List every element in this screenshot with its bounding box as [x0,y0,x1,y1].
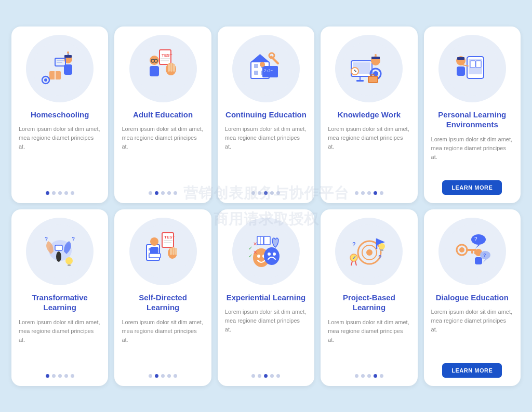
card-desc-knowledge-work: Lorem ipsum dolor sit dim amet, mea regi… [328,125,410,185]
card-dots-project-based-learning [355,374,383,378]
dot-0[interactable] [149,374,152,378]
dot-0[interactable] [46,374,49,378]
card-title-project-based-learning: Project-Based Learning [328,293,410,313]
card-title-dialogue-education: Dialogue Education [436,293,509,303]
card-experiential-learning: Experiential LearningLorem ipsum dolor s… [218,209,314,386]
card-dots-experiential-learning [251,374,280,378]
card-transformative-learning: Transformative LearningLorem ipsum dolor… [11,209,108,386]
learn-more-button-dialogue-education[interactable]: LEARN MORE [442,363,502,378]
card-desc-transformative-learning: Lorem ipsum dolor sit dim amet, mea regi… [19,318,101,368]
dot-0[interactable] [149,191,152,195]
dot-3[interactable] [64,374,68,378]
card-desc-dialogue-education: Lorem ipsum dolor sit dim amet, mea regi… [431,308,513,357]
dot-0[interactable] [251,374,255,378]
dot-4[interactable] [71,374,74,378]
card-dots-transformative-learning [46,374,74,378]
card-title-personal-learning: Personal Learning Environments [431,110,513,130]
dot-2[interactable] [161,191,165,195]
card-knowledge-work: Knowledge WorkLorem ipsum dolor sit dim … [321,26,417,203]
dot-0[interactable] [355,374,358,378]
card-self-directed-learning: Self-Directed LearningLorem ipsum dolor … [114,209,211,386]
card-icon-continuing-education [232,35,300,102]
dot-1[interactable] [155,191,158,195]
dot-1[interactable] [155,374,158,378]
dot-4[interactable] [174,374,177,378]
card-dialogue-education: Dialogue EducationLorem ipsum dolor sit … [424,209,521,386]
dot-1[interactable] [361,191,365,195]
dot-1[interactable] [258,191,261,195]
card-title-self-directed-learning: Self-Directed Learning [122,293,204,313]
card-icon-knowledge-work [335,35,403,102]
dot-4[interactable] [380,374,383,378]
card-dots-knowledge-work [355,191,383,195]
card-title-homeschooling: Homeschooling [31,110,89,120]
dot-3[interactable] [64,191,68,195]
dot-1[interactable] [52,191,56,195]
card-personal-learning: Personal Learning EnvironmentsLorem ipsu… [424,26,521,203]
card-dots-homeschooling [46,191,74,195]
dot-2[interactable] [367,374,371,378]
dot-3[interactable] [270,191,274,195]
card-title-knowledge-work: Knowledge Work [338,110,401,120]
dot-1[interactable] [52,374,56,378]
card-icon-self-directed-learning [129,218,197,285]
card-icon-dialogue-education [438,218,506,285]
dot-1[interactable] [361,374,365,378]
card-dots-continuing-education [251,191,280,195]
card-icon-adult-education [129,35,197,102]
dot-4[interactable] [380,191,383,195]
dot-1[interactable] [258,374,261,378]
card-icon-transformative-learning [26,218,94,285]
dot-3[interactable] [167,191,171,195]
card-desc-homeschooling: Lorem ipsum dolor sit dim amet, mea regi… [19,125,101,185]
card-icon-personal-learning [438,35,506,102]
dot-2[interactable] [264,191,268,195]
dot-3[interactable] [374,374,377,378]
card-desc-adult-education: Lorem ipsum dolor sit dim amet, mea regi… [122,125,204,185]
card-desc-continuing-education: Lorem ipsum dolor sit dim amet, mea regi… [225,125,307,185]
dot-2[interactable] [58,374,62,378]
card-icon-experiential-learning [232,218,300,285]
card-grid: HomeschoolingLorem ipsum dolor sit dim a… [11,26,521,386]
card-icon-project-based-learning [335,218,403,285]
dot-2[interactable] [367,191,371,195]
card-title-continuing-education: Continuing Education [225,110,307,120]
card-desc-self-directed-learning: Lorem ipsum dolor sit dim amet, mea regi… [122,318,204,368]
card-title-experiential-learning: Experiential Learning [227,293,306,303]
dot-2[interactable] [264,374,268,378]
card-icon-homeschooling [26,35,94,102]
dot-3[interactable] [167,374,171,378]
card-title-adult-education: Adult Education [133,110,193,120]
dot-2[interactable] [161,374,165,378]
card-project-based-learning: Project-Based LearningLorem ipsum dolor … [321,209,417,386]
dot-4[interactable] [276,191,280,195]
card-desc-personal-learning: Lorem ipsum dolor sit dim amet, mea regi… [431,135,513,174]
card-adult-education: Adult EducationLorem ipsum dolor sit dim… [114,26,211,203]
dot-0[interactable] [251,191,255,195]
dot-4[interactable] [71,191,74,195]
card-dots-self-directed-learning [149,374,177,378]
card-desc-experiential-learning: Lorem ipsum dolor sit dim amet, mea regi… [225,308,307,368]
card-title-transformative-learning: Transformative Learning [19,293,101,313]
dot-4[interactable] [276,374,280,378]
learn-more-button-personal-learning[interactable]: LEARN MORE [442,180,502,195]
dot-0[interactable] [355,191,358,195]
card-homeschooling: HomeschoolingLorem ipsum dolor sit dim a… [11,26,108,203]
dot-2[interactable] [58,191,62,195]
dot-3[interactable] [374,191,377,195]
dot-4[interactable] [174,191,177,195]
dot-3[interactable] [270,374,274,378]
card-continuing-education: Continuing EducationLorem ipsum dolor si… [218,26,314,203]
card-desc-project-based-learning: Lorem ipsum dolor sit dim amet, mea regi… [328,318,410,368]
card-dots-adult-education [149,191,177,195]
dot-0[interactable] [46,191,49,195]
